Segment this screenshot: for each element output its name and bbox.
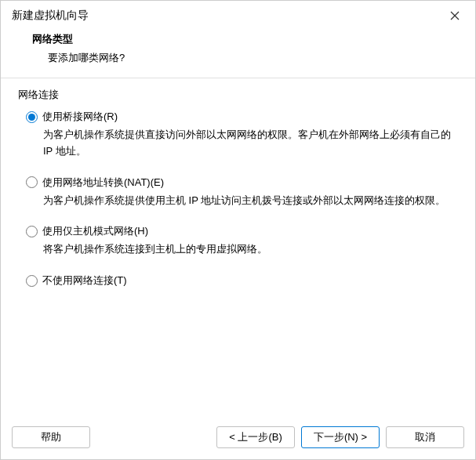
option-bridged-label: 使用桥接网络(R)	[42, 110, 118, 124]
option-none-row[interactable]: 不使用网络连接(T)	[26, 273, 458, 288]
cancel-button[interactable]: 取消	[386, 426, 464, 448]
option-bridged-row[interactable]: 使用桥接网络(R)	[26, 110, 458, 124]
option-none-label: 不使用网络连接(T)	[42, 273, 127, 288]
help-button[interactable]: 帮助	[12, 426, 90, 448]
group-label: 网络连接	[18, 88, 458, 102]
option-hostonly: 使用仅主机模式网络(H) 将客户机操作系统连接到主机上的专用虚拟网络。	[26, 224, 458, 258]
option-nat-desc: 为客户机操作系统提供使用主机 IP 地址访问主机拨号连接或外部以太网网络连接的权…	[26, 193, 458, 209]
close-button[interactable]	[444, 7, 466, 24]
footer: 帮助 < 上一步(B) 下一步(N) > 取消	[1, 418, 475, 459]
radio-nat[interactable]	[26, 176, 38, 188]
option-nat: 使用网络地址转换(NAT)(E) 为客户机操作系统提供使用主机 IP 地址访问主…	[26, 176, 458, 209]
wizard-window: 新建虚拟机向导 网络类型 要添加哪类网络? 网络连接 使用桥接网络(R) 为客户…	[0, 0, 476, 460]
next-button[interactable]: 下一步(N) >	[301, 426, 380, 448]
option-hostonly-row[interactable]: 使用仅主机模式网络(H)	[26, 224, 458, 238]
option-bridged: 使用桥接网络(R) 为客户机操作系统提供直接访问外部以太网网络的权限。客户机在外…	[26, 110, 458, 160]
radio-hostonly[interactable]	[26, 226, 38, 237]
option-hostonly-desc: 将客户机操作系统连接到主机上的专用虚拟网络。	[26, 241, 458, 258]
option-nat-label: 使用网络地址转换(NAT)(E)	[42, 176, 164, 190]
close-icon	[450, 11, 460, 20]
page-subtitle: 要添加哪类网络?	[32, 51, 444, 65]
option-nat-row[interactable]: 使用网络地址转换(NAT)(E)	[26, 176, 458, 190]
page-title: 网络类型	[32, 32, 444, 46]
content-area: 网络连接 使用桥接网络(R) 为客户机操作系统提供直接访问外部以太网网络的权限。…	[1, 78, 475, 418]
wizard-header: 网络类型 要添加哪类网络?	[1, 29, 475, 78]
option-hostonly-label: 使用仅主机模式网络(H)	[42, 224, 148, 238]
option-none: 不使用网络连接(T)	[26, 273, 458, 288]
titlebar: 新建虚拟机向导	[1, 1, 475, 29]
radio-none[interactable]	[26, 275, 38, 287]
back-button[interactable]: < 上一步(B)	[216, 426, 295, 448]
option-bridged-desc: 为客户机操作系统提供直接访问外部以太网网络的权限。客户机在外部网络上必须有自己的…	[26, 127, 458, 160]
radio-bridged[interactable]	[26, 111, 38, 123]
window-title: 新建虚拟机向导	[12, 9, 89, 23]
options-group: 使用桥接网络(R) 为客户机操作系统提供直接访问外部以太网网络的权限。客户机在外…	[18, 110, 458, 288]
